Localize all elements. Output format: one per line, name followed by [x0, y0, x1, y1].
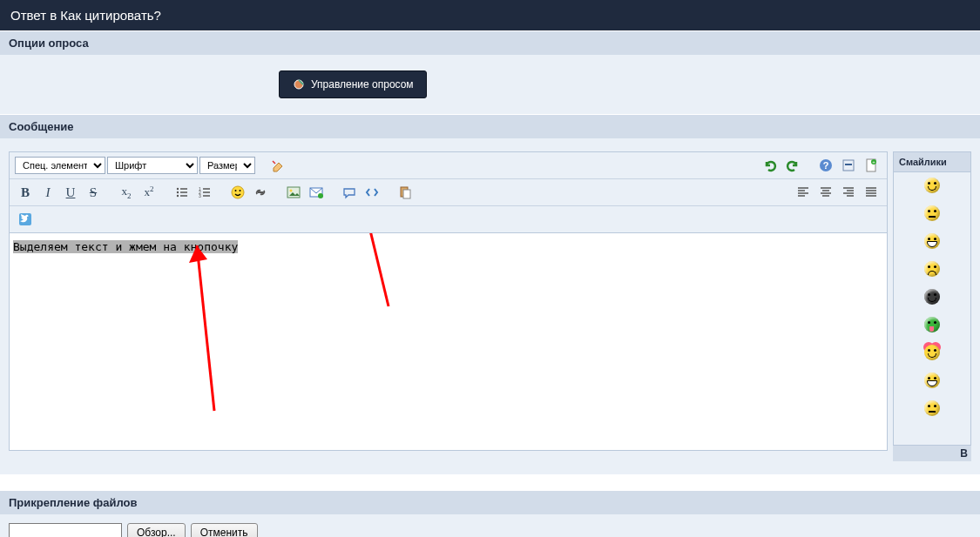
page-icon: +	[864, 158, 878, 172]
code-button[interactable]	[362, 183, 382, 202]
quote-button[interactable]	[339, 183, 360, 202]
svg-text:3: 3	[199, 193, 201, 198]
image-button[interactable]	[283, 183, 304, 202]
subscript-icon: x2	[122, 185, 132, 200]
svg-point-14	[232, 186, 244, 198]
bullet-list-button[interactable]	[172, 183, 193, 202]
attachments-head: Прикрепление файлов	[0, 490, 980, 514]
file-path-input[interactable]	[9, 523, 122, 537]
svg-point-15	[235, 190, 237, 191]
bold-icon: B	[21, 185, 30, 200]
superscript-icon: x2	[145, 185, 154, 199]
twitter-icon	[18, 212, 32, 226]
italic-icon: I	[46, 185, 51, 200]
smilies-panel: Смайлики В	[893, 151, 971, 461]
bullet-list-icon	[175, 185, 189, 199]
svg-point-16	[240, 190, 241, 191]
smilies-more[interactable]: В	[893, 446, 971, 461]
svg-rect-4	[845, 164, 852, 165]
clipboard-icon	[398, 185, 412, 199]
attachments-body: Обзор... Отменить	[0, 514, 980, 537]
code-icon	[365, 185, 379, 199]
svg-text:?: ?	[823, 160, 829, 171]
smiley-biggrin[interactable]	[924, 233, 940, 249]
remove-format-button[interactable]	[267, 156, 288, 175]
align-justify-icon	[864, 185, 878, 199]
svg-point-9	[177, 191, 179, 193]
svg-text:+: +	[872, 159, 875, 164]
smiley-angry[interactable]	[924, 261, 940, 277]
link-icon	[253, 185, 267, 199]
editor-textarea[interactable]: Выделяем текст и жмем на кнопочку	[9, 233, 888, 451]
svg-point-21	[318, 193, 323, 198]
help-icon: ?	[819, 158, 833, 172]
annotation-arrow-1	[166, 237, 227, 428]
cancel-upload-button[interactable]: Отменить	[191, 523, 258, 537]
image-icon	[287, 185, 301, 199]
superscript-button[interactable]: x2	[139, 183, 159, 202]
undo-button[interactable]	[760, 156, 781, 175]
annotation-arrow-2	[341, 233, 402, 324]
align-left-button[interactable]	[793, 183, 814, 202]
emoticon-button[interactable]	[227, 183, 248, 202]
svg-point-19	[290, 190, 293, 192]
twitter-button[interactable]	[15, 210, 36, 229]
email-icon	[309, 185, 323, 199]
editor-toolbar: Спец. элементы Шрифт Размер ?	[9, 151, 888, 233]
help-button[interactable]: ?	[815, 156, 836, 175]
expand-button[interactable]: +	[861, 156, 882, 175]
poll-options-body: Управление опросом	[0, 55, 980, 114]
smiley-neutral[interactable]	[924, 205, 940, 221]
align-center-button[interactable]	[815, 183, 836, 202]
svg-line-27	[365, 233, 389, 306]
size-select[interactable]: Размер	[199, 157, 255, 174]
underline-icon: U	[66, 185, 76, 200]
align-right-button[interactable]	[838, 183, 859, 202]
italic-button[interactable]: I	[37, 183, 58, 202]
strike-button[interactable]: S	[83, 183, 104, 202]
number-list-icon: 123	[198, 185, 212, 199]
browse-button[interactable]: Обзор...	[127, 523, 186, 537]
smiley-sleep[interactable]	[924, 400, 940, 416]
bold-button[interactable]: B	[15, 183, 36, 202]
message-head: Сообщение	[0, 114, 980, 138]
redo-icon	[786, 158, 800, 172]
link-button[interactable]	[250, 183, 271, 202]
smiley-laugh[interactable]	[924, 373, 940, 388]
font-select[interactable]: Шрифт	[107, 157, 198, 174]
align-justify-button[interactable]	[861, 183, 882, 202]
svg-line-25	[197, 245, 214, 411]
toggle-mode-button[interactable]	[838, 156, 859, 175]
redo-button[interactable]	[782, 156, 803, 175]
poll-options-head: Опции опроса	[0, 30, 980, 55]
special-elements-select[interactable]: Спец. элементы	[15, 157, 105, 174]
eraser-icon	[271, 158, 285, 172]
paste-button[interactable]	[395, 183, 416, 202]
align-center-icon	[819, 185, 833, 199]
svg-rect-17	[258, 191, 263, 193]
page-header: Ответ в Как цитировать?	[0, 0, 980, 30]
align-right-icon	[841, 185, 855, 199]
manage-poll-button[interactable]: Управление опросом	[279, 70, 427, 98]
svg-rect-23	[403, 190, 410, 198]
selected-text: Выделяем текст и жмем на кнопочку	[13, 240, 238, 253]
quote-icon	[342, 185, 356, 199]
smiley-sick[interactable]	[924, 317, 940, 332]
smiley-love[interactable]	[924, 345, 940, 360]
underline-button[interactable]: U	[60, 183, 81, 202]
smiley-smile[interactable]	[924, 178, 940, 193]
toggle-icon	[841, 158, 855, 172]
email-button[interactable]	[306, 183, 327, 202]
subscript-button[interactable]: x2	[116, 183, 137, 202]
smiley-icon	[231, 185, 245, 199]
undo-icon	[763, 158, 777, 172]
smiley-cool[interactable]	[924, 289, 940, 305]
smilies-title: Смайлики	[893, 151, 971, 172]
poll-icon	[292, 77, 306, 91]
svg-point-0	[294, 80, 303, 89]
svg-point-8	[177, 188, 179, 190]
number-list-button[interactable]: 123	[194, 183, 215, 202]
svg-point-10	[177, 195, 179, 197]
strike-icon: S	[90, 185, 97, 200]
reply-title: Ответ в Как цитировать?	[10, 8, 161, 23]
